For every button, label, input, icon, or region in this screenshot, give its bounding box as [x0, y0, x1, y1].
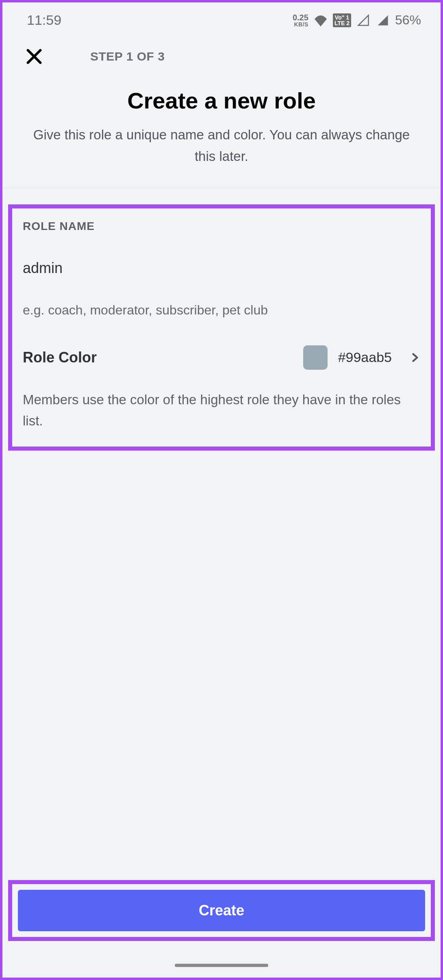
wifi-icon: [313, 14, 328, 26]
close-button[interactable]: [23, 45, 46, 68]
status-time: 11:59: [27, 12, 61, 28]
role-name-hint: e.g. coach, moderator, subscriber, pet c…: [23, 303, 420, 318]
color-hex-value: #99aab5: [338, 349, 392, 365]
role-color-label: Role Color: [23, 349, 97, 366]
lte-badge: Vo" 1 LTE 2: [333, 13, 351, 27]
role-form-card: ROLE NAME e.g. coach, moderator, subscri…: [8, 204, 435, 451]
color-swatch: [303, 345, 328, 370]
signal-icon-2: [376, 14, 390, 26]
step-indicator: STEP 1 OF 3: [46, 50, 420, 63]
page-subtitle: Give this role a unique name and color. …: [23, 124, 420, 167]
battery-percent: 56%: [395, 13, 421, 28]
status-bar: 11:59 0.25 KB/S Vo" 1 LTE 2 56%: [2, 2, 441, 33]
network-speed: 0.25 KB/S: [293, 13, 308, 27]
chevron-right-icon: [410, 352, 420, 363]
role-color-row[interactable]: Role Color #99aab5: [23, 345, 420, 370]
footer-actions: Create: [8, 880, 435, 941]
home-indicator[interactable]: [175, 964, 268, 967]
create-button[interactable]: Create: [18, 890, 425, 931]
role-name-input[interactable]: [23, 257, 420, 279]
close-icon: [25, 47, 43, 66]
role-color-description: Members use the color of the highest rol…: [23, 389, 420, 432]
role-name-label: ROLE NAME: [23, 220, 420, 233]
page-header: STEP 1 OF 3 Create a new role Give this …: [2, 33, 441, 188]
page-title: Create a new role: [23, 87, 420, 114]
signal-icon-1: [356, 14, 371, 26]
